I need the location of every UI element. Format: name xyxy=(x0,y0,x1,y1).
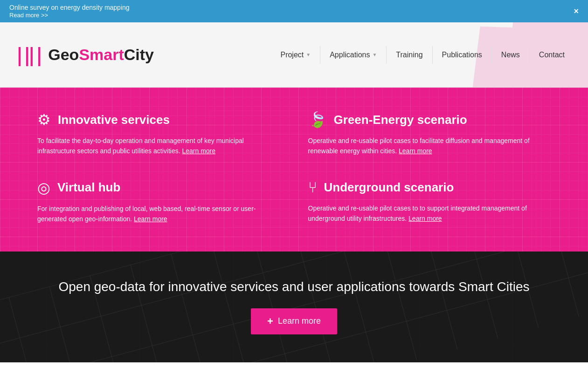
hero-card-underground: ⑂ Underground scenario Operative and re-… xyxy=(308,179,551,228)
hero-card-title-text: Innovative services xyxy=(58,113,170,127)
nav: Project ▼ Applications ▼ Training Public… xyxy=(271,46,574,64)
gear-icon: ⚙ xyxy=(37,111,51,129)
chevron-down-icon: ▼ xyxy=(306,52,311,57)
dark-section: Open geo-data for innovative services an… xyxy=(0,252,588,362)
nav-label-contact: Contact xyxy=(539,51,565,59)
target-icon: ◎ xyxy=(37,179,50,197)
announcement-link[interactable]: Read more >> xyxy=(9,12,48,19)
hero-card-description: Operative and re-usable pilot cases to t… xyxy=(308,203,551,224)
nav-label-publications: Publications xyxy=(442,51,482,59)
nav-label-news: News xyxy=(501,51,520,59)
logo-city: City xyxy=(124,46,154,63)
nav-item-project[interactable]: Project ▼ xyxy=(271,46,320,64)
hero-card-virtual-hub: ◎ Virtual hub For integration and publis… xyxy=(37,179,280,228)
plus-icon: + xyxy=(267,315,273,327)
nav-label-project: Project xyxy=(280,51,304,59)
logo-smart: Smart xyxy=(79,46,124,63)
nav-label-training: Training xyxy=(396,51,422,59)
logo-text[interactable]: GeoSmartCity xyxy=(48,46,154,64)
nav-item-contact[interactable]: Contact xyxy=(530,46,574,64)
learn-more-link-green[interactable]: Learn more xyxy=(399,147,432,155)
logo-icon: |‖| xyxy=(14,44,43,66)
hero-card-green-energy: 🍃 Green-Energy scenario Operative and re… xyxy=(308,111,551,160)
learn-more-link-virtual[interactable]: Learn more xyxy=(134,215,167,223)
nav-item-publications[interactable]: Publications xyxy=(433,46,492,64)
fork-icon: ⑂ xyxy=(308,179,317,196)
header: |‖| GeoSmartCity Project ▼ Applications … xyxy=(0,22,588,88)
close-icon[interactable]: × xyxy=(574,7,579,16)
logo-geo: Geo xyxy=(48,46,79,63)
nav-item-news[interactable]: News xyxy=(492,46,530,64)
hero-card-description: For integration and publishing of local,… xyxy=(37,204,280,224)
learn-more-button-label: Learn more xyxy=(278,316,321,326)
learn-more-link-innovative[interactable]: Learn more xyxy=(182,147,215,155)
dark-section-title: Open geo-data for innovative services an… xyxy=(19,279,569,294)
logo-area: |‖| GeoSmartCity xyxy=(14,44,154,66)
learn-more-button[interactable]: + Learn more xyxy=(251,308,337,334)
learn-more-link-underground[interactable]: Learn more xyxy=(408,215,442,222)
nav-item-applications[interactable]: Applications ▼ xyxy=(320,46,387,64)
nav-item-training[interactable]: Training xyxy=(387,46,432,64)
announcement-bar: Online survey on energy density mapping … xyxy=(0,0,588,22)
nav-label-applications: Applications xyxy=(330,51,370,59)
hero-card-innovative-services: ⚙ Innovative services To facilitate the … xyxy=(37,111,280,160)
hero-section: ⚙ Innovative services To facilitate the … xyxy=(0,88,588,252)
announcement-text: Online survey on energy density mapping xyxy=(9,4,130,11)
hero-card-description: To facilitate the day-to-day operation a… xyxy=(37,136,280,156)
chevron-down-icon: ▼ xyxy=(372,52,377,57)
leaf-icon: 🍃 xyxy=(308,111,327,129)
hero-card-description: Operative and re-usable pilot cases to f… xyxy=(308,136,551,156)
footer-section: Recent news › INSPIRE-GWF 2015 August 20… xyxy=(0,362,588,374)
hero-card-title-text: Virtual hub xyxy=(57,180,120,195)
hero-card-title-text: Green-Energy scenario xyxy=(334,113,467,127)
hero-card-title-text: Underground scenario xyxy=(324,180,454,195)
